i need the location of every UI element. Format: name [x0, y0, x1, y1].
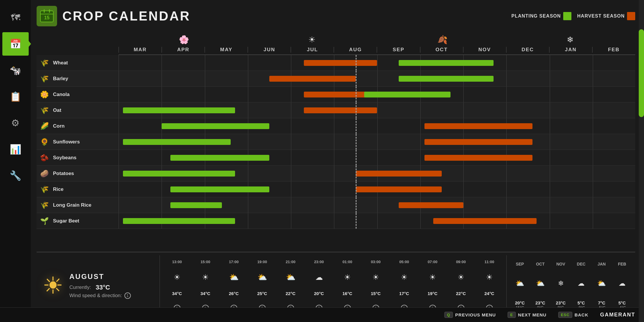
bottom-action-next-menu[interactable]: ENEXT MENU	[508, 312, 547, 318]
grid-line	[291, 166, 291, 181]
hourly-weather-icon: ☀	[369, 273, 383, 282]
monthly-high-temp: 5°C	[618, 300, 626, 305]
monthly-month: JAN	[594, 262, 610, 266]
hourly-time: 15:00	[198, 260, 213, 264]
grid-line	[291, 55, 291, 71]
hourly-weather-icon: ☀	[482, 273, 497, 282]
monthly-month: SEP	[512, 262, 528, 266]
bottom-action-previous-menu[interactable]: QPREVIOUS MENU	[444, 312, 496, 318]
grid-line	[550, 71, 550, 86]
sidebar-item-animals[interactable]: 🐄	[2, 59, 29, 82]
monthly-weather-icon: ☁	[614, 279, 630, 287]
sidebar-item-contracts[interactable]: 📋	[2, 85, 29, 108]
dashed-current-line	[356, 87, 357, 102]
dashed-current-line	[356, 55, 357, 71]
sidebar-item-calendar[interactable]: 📅	[2, 32, 29, 56]
grid-line	[506, 181, 507, 197]
crop-bar-planting	[364, 92, 451, 97]
monthly-weather-icon: ❄	[553, 279, 569, 287]
crop-bar-harvest	[304, 92, 369, 97]
hourly-weather-icon: ⛅	[227, 273, 241, 282]
grid-line	[593, 181, 593, 197]
hourly-temp: 25°C	[255, 291, 270, 296]
grid-line	[463, 197, 464, 213]
monthly-high-temp: 23°C	[535, 300, 545, 305]
sidebar-item-stats[interactable]: 📊	[2, 138, 29, 161]
monthly-weather-icon: ⛅	[594, 279, 610, 287]
crop-rows-container: 🌾Wheat🌾Barley🌼Canola🌾Oat🌽Corn🌻Sunflowers…	[37, 55, 635, 252]
grid-line	[162, 71, 162, 86]
crop-timeline	[119, 213, 635, 229]
grid-line	[162, 87, 162, 102]
crop-timeline	[119, 181, 635, 197]
hourly-time: 01:00	[340, 260, 355, 264]
crop-timeline	[119, 166, 635, 181]
monthly-month: OCT	[532, 262, 548, 266]
calendar-icon: 📅	[10, 38, 21, 49]
grid-line	[593, 150, 593, 165]
crop-row: 🌾Wheat	[37, 55, 635, 71]
crop-bar-harvest	[356, 171, 442, 177]
crop-row: 🌼Canola	[37, 87, 635, 102]
sidebar-item-map[interactable]: 🗺	[2, 6, 29, 29]
dashed-current-line	[356, 150, 357, 165]
dashed-current-line	[356, 102, 357, 118]
grid-line	[334, 213, 334, 229]
crop-name-soybeans: Soybeans	[53, 155, 76, 161]
grid-line	[420, 102, 421, 118]
crop-name-wheat: Wheat	[53, 60, 68, 66]
crop-icon-barley: 🌾	[40, 75, 49, 83]
crop-icon-wheat: 🌾	[40, 59, 49, 67]
month-header-jun: JUN	[248, 47, 291, 53]
grid-line	[291, 134, 291, 150]
grid-line	[506, 197, 507, 213]
hourly-temp: 20°C	[312, 291, 326, 296]
crop-bar-harvest	[424, 123, 532, 129]
crop-bar-harvest	[269, 76, 356, 82]
stats-icon: 📊	[10, 144, 21, 155]
hourly-time: 05:00	[397, 260, 412, 264]
sidebar-item-production[interactable]: ⚙	[2, 111, 29, 135]
bottom-bar: QPREVIOUS MENUENEXT MENUESCBACKGAMERANT	[0, 307, 644, 322]
month-header-nov: NOV	[463, 47, 506, 53]
crop-name-rice: Rice	[53, 186, 64, 192]
crop-label-wheat: 🌾Wheat	[37, 59, 119, 67]
scrollbar-thumb[interactable]	[639, 29, 644, 117]
hourly-temp: 15°C	[369, 291, 383, 296]
crop-row: 🌾Barley	[37, 71, 635, 87]
grid-line	[550, 118, 550, 134]
hourly-temp: 24°C	[482, 291, 497, 296]
svg-text:15: 15	[44, 15, 49, 20]
weather-hourly: 13:0015:0017:0019:0021:0023:0001:0003:00…	[160, 255, 506, 316]
main-content: 15 CROP CALENDAR PLANTING SEASON HARVEST…	[31, 0, 644, 322]
crop-name-sunflowers: Sunflowers	[53, 139, 80, 145]
crop-bar-planting	[123, 107, 235, 113]
scrollbar-track[interactable]	[639, 0, 644, 322]
legend: PLANTING SEASON HARVEST SEASON	[511, 12, 635, 20]
grid-line	[550, 55, 550, 71]
hourly-weather-icon: ⛅	[283, 273, 298, 282]
hourly-temp: 26°C	[227, 291, 241, 296]
sidebar-item-settings[interactable]: 🔧	[2, 164, 29, 187]
grid-line	[550, 102, 550, 118]
harvest-legend-label: HARVEST SEASON	[577, 13, 625, 19]
crop-icon-sugar-beet: 🌱	[40, 217, 49, 225]
grid-line	[593, 118, 593, 134]
grid-line	[119, 102, 119, 118]
grid-line	[506, 166, 507, 181]
grid-line	[334, 181, 334, 197]
planting-legend-box	[563, 12, 571, 20]
key-badge: ESC	[558, 312, 572, 318]
crop-bar-planting	[170, 202, 222, 208]
hourly-time: 17:00	[227, 260, 241, 264]
bottom-action-back[interactable]: ESCBACK	[558, 312, 588, 318]
crop-icon-soybeans: 🫘	[40, 154, 49, 162]
monthly-month: DEC	[573, 262, 589, 266]
crop-bar-harvest	[433, 218, 537, 224]
grid-line	[248, 197, 248, 213]
hourly-temp: 16°C	[340, 291, 355, 296]
crop-bar-planting	[123, 218, 235, 224]
monthly-month: FEB	[614, 262, 630, 266]
crop-bar-harvest	[424, 155, 532, 161]
grid-line	[420, 213, 421, 229]
